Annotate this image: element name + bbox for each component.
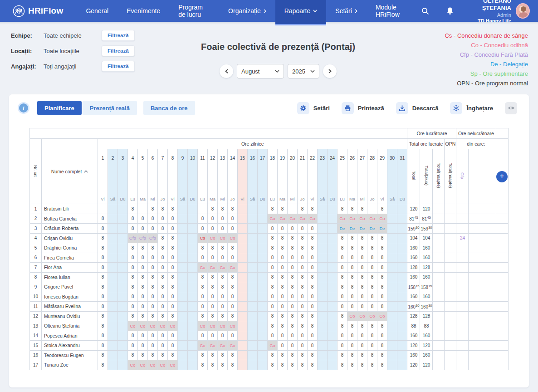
day-cell[interactable]: 8 xyxy=(357,282,367,292)
day-cell[interactable] xyxy=(248,292,258,302)
day-cell[interactable]: 8 xyxy=(357,331,367,341)
day-cell[interactable]: 8 xyxy=(288,350,298,360)
day-cell[interactable]: Cfp xyxy=(148,233,158,243)
day-cell[interactable] xyxy=(188,224,198,234)
nav-item-setari[interactable]: Setări xyxy=(326,0,367,22)
day-cell[interactable]: 8 xyxy=(138,302,148,312)
day-cell[interactable]: 8 xyxy=(208,204,218,214)
day-cell[interactable]: 8 xyxy=(128,263,138,273)
day-cell[interactable] xyxy=(328,302,337,312)
day-cell[interactable]: 8 xyxy=(367,292,377,302)
day-cell[interactable] xyxy=(397,224,407,234)
day-cell[interactable]: 8 xyxy=(308,243,318,253)
day-cell[interactable]: 8 xyxy=(208,272,218,282)
day-cell[interactable] xyxy=(397,311,407,321)
day-cell[interactable]: 8 xyxy=(158,224,168,234)
day-cell[interactable]: 8 xyxy=(128,272,138,282)
day-cell[interactable] xyxy=(188,282,198,292)
day-cell[interactable]: 8 xyxy=(288,233,298,243)
day-cell[interactable]: 8 xyxy=(308,282,318,292)
day-cell[interactable]: 8 xyxy=(308,263,318,273)
day-cell[interactable]: 8 xyxy=(128,350,138,360)
day-cell[interactable]: 8 xyxy=(198,253,208,263)
day-cell[interactable] xyxy=(258,272,268,282)
day-cell[interactable]: 8 xyxy=(98,253,108,263)
day-cell[interactable]: 8 xyxy=(367,263,377,273)
day-cell[interactable]: 8 xyxy=(268,272,278,282)
day-cell[interactable] xyxy=(108,302,118,312)
day-cell[interactable] xyxy=(188,214,198,224)
day-cell[interactable]: 8 xyxy=(377,204,387,214)
day-cell[interactable]: 8 xyxy=(98,311,108,321)
day-cell[interactable] xyxy=(238,321,248,331)
download-button[interactable]: Descarcă xyxy=(396,102,439,114)
day-cell[interactable]: 8 xyxy=(198,224,208,234)
day-cell[interactable] xyxy=(178,350,188,360)
day-cell[interactable]: 8 xyxy=(278,302,288,312)
day-cell[interactable]: 8 xyxy=(128,243,138,253)
day-cell[interactable]: 8 xyxy=(168,243,178,253)
day-cell[interactable]: 8 xyxy=(228,331,238,341)
day-cell[interactable]: 8 xyxy=(337,253,347,263)
day-cell[interactable]: 8 xyxy=(298,253,308,263)
day-cell[interactable] xyxy=(118,272,128,282)
day-cell[interactable]: 8 xyxy=(138,243,148,253)
day-cell[interactable] xyxy=(178,292,188,302)
day-cell[interactable] xyxy=(258,311,268,321)
day-cell[interactable]: 8 xyxy=(298,331,308,341)
day-cell[interactable]: 8 xyxy=(288,331,298,341)
day-cell[interactable]: 8 xyxy=(168,233,178,243)
print-button[interactable]: Printează xyxy=(342,102,384,114)
visibility-button[interactable] xyxy=(505,102,517,114)
day-cell[interactable] xyxy=(387,321,397,331)
day-cell[interactable] xyxy=(258,292,268,302)
day-cell[interactable] xyxy=(118,282,128,292)
day-cell[interactable]: 8 xyxy=(208,360,218,370)
day-cell[interactable]: 8 xyxy=(218,350,228,360)
day-cell[interactable]: 8 xyxy=(98,350,108,360)
day-cell[interactable] xyxy=(318,243,328,253)
day-cell[interactable]: Cfp xyxy=(128,233,138,243)
day-cell[interactable] xyxy=(288,204,298,214)
day-cell[interactable] xyxy=(248,311,258,321)
day-cell[interactable] xyxy=(238,214,248,224)
day-cell[interactable]: 8 xyxy=(148,243,158,253)
day-cell[interactable]: 8 xyxy=(228,350,238,360)
day-cell[interactable]: 8 xyxy=(218,302,228,312)
day-cell[interactable]: Co xyxy=(228,321,238,331)
day-cell[interactable]: 8 xyxy=(288,272,298,282)
day-cell[interactable]: 8 xyxy=(357,341,367,351)
avatar[interactable] xyxy=(516,3,530,19)
day-cell[interactable] xyxy=(248,331,258,341)
day-cell[interactable] xyxy=(108,253,118,263)
day-cell[interactable]: 8 xyxy=(138,253,148,263)
day-cell[interactable] xyxy=(98,204,108,214)
day-cell[interactable] xyxy=(118,204,128,214)
day-cell[interactable]: 8 xyxy=(298,272,308,282)
day-cell[interactable]: 8 xyxy=(218,224,228,234)
day-cell[interactable] xyxy=(318,331,328,341)
day-cell[interactable]: Co xyxy=(198,321,208,331)
day-cell[interactable]: 8 xyxy=(308,311,318,321)
day-cell[interactable]: 8 xyxy=(218,292,228,302)
day-cell[interactable]: 8 xyxy=(228,214,238,224)
search-icon[interactable] xyxy=(421,7,429,15)
day-cell[interactable]: 8 xyxy=(218,282,228,292)
day-cell[interactable] xyxy=(258,360,268,370)
day-cell[interactable] xyxy=(238,233,248,243)
day-cell[interactable]: 8 xyxy=(288,321,298,331)
day-cell[interactable] xyxy=(318,302,328,312)
day-cell[interactable] xyxy=(238,360,248,370)
day-cell[interactable] xyxy=(258,263,268,273)
day-cell[interactable]: 8 xyxy=(357,350,367,360)
day-cell[interactable]: 8 xyxy=(128,253,138,263)
day-cell[interactable]: 8 xyxy=(138,263,148,273)
day-cell[interactable]: 8 xyxy=(218,311,228,321)
day-cell[interactable]: 8 xyxy=(128,204,138,214)
day-cell[interactable] xyxy=(238,282,248,292)
day-cell[interactable]: 8 xyxy=(198,350,208,360)
day-cell[interactable]: Co xyxy=(347,311,357,321)
day-cell[interactable] xyxy=(258,302,268,312)
day-cell[interactable] xyxy=(178,263,188,273)
day-cell[interactable]: 8 xyxy=(337,263,347,273)
